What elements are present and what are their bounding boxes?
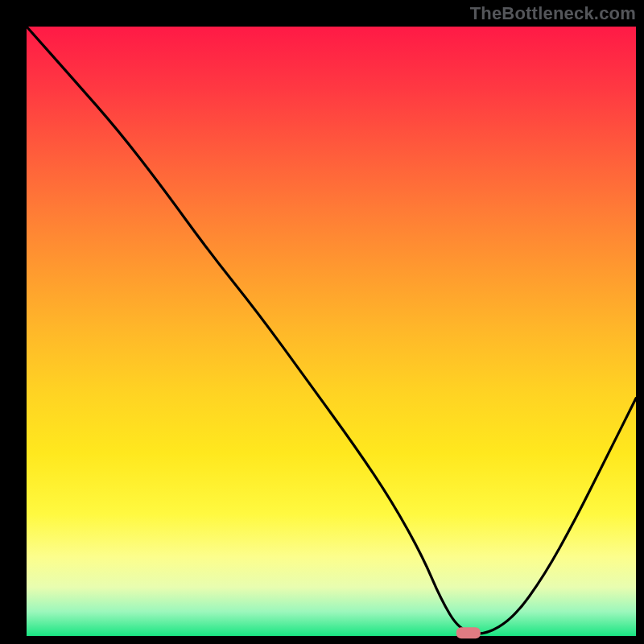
watermark-text: TheBottleneck.com [470, 3, 636, 24]
bottleneck-chart [0, 0, 644, 644]
optimal-marker [456, 627, 481, 638]
chart-container: TheBottleneck.com [0, 0, 644, 644]
plot-background [27, 27, 636, 636]
